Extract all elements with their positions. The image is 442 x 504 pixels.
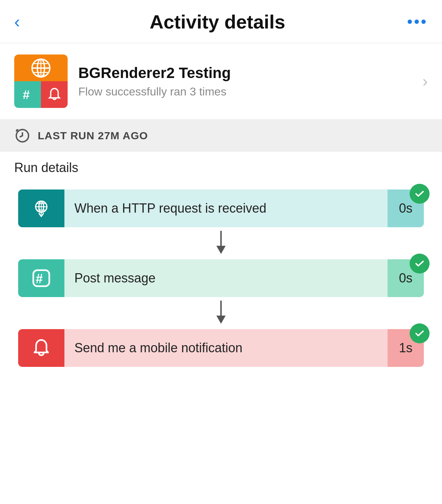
step-1-check-icon (410, 184, 430, 204)
step-1-icon (18, 189, 64, 227)
svg-marker-19 (216, 316, 226, 324)
step-3-check-icon (410, 323, 430, 343)
run-details-label: Run details (0, 152, 442, 175)
arrow-1 (212, 227, 230, 259)
step-1-label: When a HTTP request is received (64, 189, 388, 227)
app-name: BGRenderer2 Testing (78, 64, 417, 82)
arrow-2 (212, 297, 230, 329)
clock-icon (14, 128, 31, 144)
more-button[interactable]: ••• (399, 13, 428, 31)
svg-text:#: # (36, 271, 43, 286)
header: ‹ Activity details ••• (0, 0, 442, 43)
back-button[interactable]: ‹ (14, 13, 36, 30)
step-2-check-icon (410, 254, 430, 274)
step-2-card[interactable]: # Post message 0s (18, 259, 424, 297)
step-1-card[interactable]: When a HTTP request is received 0s (18, 189, 424, 227)
step-3-wrapper: Send me a mobile notification 1s (18, 329, 424, 367)
app-icon-bell (41, 81, 68, 108)
app-icon-http (14, 54, 68, 81)
app-icon-grid: # (14, 54, 68, 108)
step-3-label: Send me a mobile notification (64, 329, 388, 367)
svg-text:#: # (23, 88, 30, 102)
step-3-icon (18, 329, 64, 367)
step-1-wrapper: When a HTTP request is received 0s (18, 189, 424, 227)
app-info: BGRenderer2 Testing Flow successfully ra… (68, 64, 417, 98)
step-3-card[interactable]: Send me a mobile notification 1s (18, 329, 424, 367)
app-chevron-icon: › (417, 72, 428, 90)
last-run-banner: LAST RUN 27M AGO (0, 120, 442, 152)
svg-marker-15 (216, 246, 226, 254)
page-title: Activity details (36, 11, 399, 33)
step-2-wrapper: # Post message 0s (18, 259, 424, 297)
last-run-text: LAST RUN 27M AGO (38, 130, 148, 142)
app-card[interactable]: # BGRenderer2 Testing Flow successfully … (0, 43, 442, 120)
app-icon-hash: # (14, 81, 41, 108)
step-2-label: Post message (64, 259, 388, 297)
app-subtitle: Flow successfully ran 3 times (78, 85, 417, 98)
step-2-icon: # (18, 259, 64, 297)
flow-container: When a HTTP request is received 0s # Pos… (0, 175, 442, 388)
